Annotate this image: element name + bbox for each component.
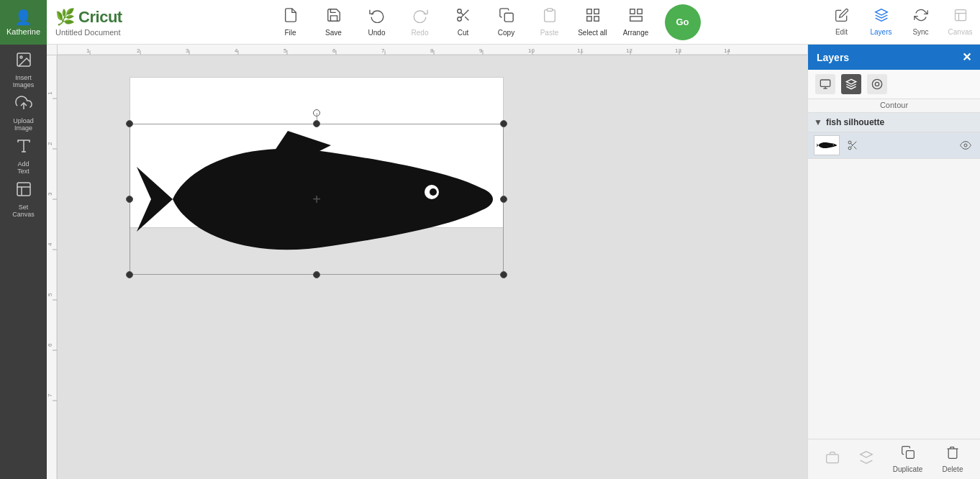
left-sidebar: InsertImages UploadImage AddText [0,45,47,479]
svg-text:1: 1 [47,91,53,95]
layers-close-button[interactable]: ✕ [962,50,971,64]
fish-thumbnail [814,135,840,155]
app-logo[interactable]: 🌿 Cricut [55,8,146,27]
svg-point-78 [848,141,851,144]
svg-line-4 [460,12,463,15]
svg-rect-72 [820,80,830,86]
layer-flatten-button[interactable] [859,450,874,468]
canvas-area[interactable]: 1 2 3 4 5 6 7 8 9 10 11 [47,45,807,479]
svg-text:6: 6 [332,47,336,54]
redo-label: Redo [412,29,429,37]
layers-icon [874,8,889,26]
copy-button[interactable]: Copy [485,0,528,45]
handle-bottom-left[interactable] [126,271,133,278]
user-avatar[interactable]: 👤 Katherine [0,0,47,45]
arrange-button[interactable]: Arrange [614,0,658,45]
sync-label: Sync [912,28,928,36]
horizontal-ruler: 1 2 3 4 5 6 7 8 9 10 11 [58,45,807,55]
edit-button[interactable]: Edit [822,0,861,45]
layer-weld-button[interactable] [867,74,887,94]
layer-group-button[interactable] [815,74,835,94]
svg-rect-9 [594,17,598,21]
duplicate-button[interactable]: Duplicate [893,445,923,473]
canvas-icon [953,8,968,26]
expand-arrow: ▼ [814,117,822,127]
layer-scissors-button[interactable] [844,137,861,154]
insert-images-button[interactable]: InsertImages [0,48,47,91]
canvas-content: + [58,55,807,479]
layers-icons-row [808,70,980,99]
svg-rect-5 [504,13,513,22]
svg-text:4: 4 [47,242,53,246]
svg-line-3 [465,17,468,20]
set-canvas-icon [15,181,32,201]
layers-header: Layers ✕ [808,45,980,70]
svg-rect-15 [955,10,966,21]
svg-line-81 [854,147,857,150]
svg-rect-7 [586,9,591,14]
canvas-button[interactable]: Canvas [940,0,980,45]
svg-text:5: 5 [47,293,53,296]
sync-icon [914,8,928,26]
handle-top-mid[interactable] [313,120,320,127]
layer-contour-button[interactable] [841,74,861,94]
delete-label: Delete [943,465,963,473]
svg-text:13: 13 [675,47,681,54]
handle-right-mid[interactable] [500,196,507,203]
toolbar: File Save Undo [155,0,822,45]
layer-group-bottom-button[interactable] [825,450,840,468]
delete-button[interactable]: Delete [943,445,963,473]
file-button[interactable]: File [269,0,312,45]
svg-point-77 [833,145,834,145]
main-layout: InsertImages UploadImage AddText [0,45,980,479]
paste-button[interactable]: Paste [528,0,571,45]
fish-layer-header[interactable]: ▼ fish silhouette [808,113,980,132]
fish-layer-item[interactable] [808,132,980,159]
go-button[interactable]: Go [665,4,701,40]
layers-title: Layers [817,52,849,63]
canvas-label: Canvas [948,28,973,36]
svg-text:8: 8 [430,47,434,54]
doc-title[interactable]: Untitled Document [55,28,146,37]
duplicate-icon [901,445,915,463]
redo-button[interactable]: Redo [399,0,442,45]
svg-point-0 [457,9,461,14]
set-canvas-button[interactable]: SetCanvas [0,178,47,221]
delete-icon [945,445,960,463]
insert-images-label: InsertImages [13,74,35,88]
select-all-button[interactable]: Select all [571,0,614,45]
handle-top-left[interactable] [126,120,133,127]
contour-text: Contour [880,101,908,109]
file-label: File [284,29,296,37]
copy-icon [499,7,514,27]
layer-visibility-button[interactable] [957,137,974,154]
svg-text:2: 2 [137,47,140,54]
handle-left-mid[interactable] [126,196,133,203]
fish-layer-name: fish silhouette [826,117,884,127]
undo-button[interactable]: Undo [355,0,399,45]
svg-point-79 [848,147,851,150]
layers-spacer [808,159,980,439]
handle-bottom-right[interactable] [500,271,507,278]
insert-images-icon [15,51,32,72]
svg-marker-14 [875,9,887,15]
svg-rect-12 [637,9,641,14]
save-button[interactable]: Save [312,0,355,45]
right-toolbar: Edit Layers Sync [822,0,980,45]
cut-icon [455,7,471,27]
svg-rect-10 [586,17,591,21]
cut-button[interactable]: Cut [442,0,485,45]
svg-rect-86 [906,451,914,459]
layers-button[interactable]: Layers [861,0,901,45]
handle-top-right[interactable] [500,120,507,127]
fish-object[interactable]: + [130,124,504,275]
add-text-button[interactable]: AddText [0,134,47,178]
arrange-icon [628,7,644,27]
paste-icon [542,7,558,27]
edit-icon [835,8,849,26]
svg-point-83 [964,144,967,147]
sync-button[interactable]: Sync [901,0,940,45]
upload-image-button[interactable]: UploadImage [0,91,47,134]
handle-bottom-mid[interactable] [313,271,320,278]
edit-label: Edit [835,28,848,36]
